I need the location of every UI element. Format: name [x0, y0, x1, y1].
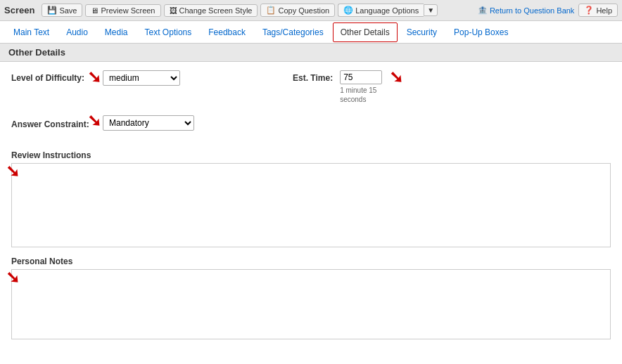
tab-other-details[interactable]: Other Details	[333, 22, 398, 42]
tab-audio[interactable]: Audio	[58, 22, 96, 42]
difficulty-label: Level of Difficulty:	[11, 70, 103, 83]
est-time-label: Est. Time:	[293, 70, 333, 83]
tab-popup-boxes[interactable]: Pop-Up Boxes	[446, 22, 516, 42]
review-instructions-section: Review Instructions ➘	[0, 150, 622, 249]
toolbar: Screen 💾 Save 🖥 Preview Screen 🖼 Change …	[0, 0, 622, 21]
help-button[interactable]: ❓ Help	[578, 4, 618, 17]
help-icon: ❓	[584, 6, 594, 15]
tab-feedback[interactable]: Feedback	[201, 22, 253, 42]
review-instructions-textarea[interactable]	[11, 163, 611, 247]
toolbar-right: 🏦 Return to Question Bank ❓ Help	[478, 4, 618, 17]
personal-notes-wrap: ➘	[0, 269, 622, 342]
difficulty-select[interactable]: easy medium hard	[103, 70, 180, 86]
est-time-arrow-icon: ➘	[389, 67, 403, 87]
review-instructions-label: Review Instructions	[0, 150, 622, 160]
language-options-button[interactable]: 🌐 Language Options	[338, 4, 424, 17]
copy-question-button[interactable]: 📋 Copy Question	[260, 4, 335, 17]
personal-notes-textarea[interactable]	[11, 269, 611, 339]
preview-icon: 🖥	[91, 6, 99, 15]
copy-icon: 📋	[266, 6, 276, 15]
return-to-question-bank-link[interactable]: 🏦 Return to Question Bank	[478, 6, 574, 15]
tab-security[interactable]: Security	[399, 22, 445, 42]
change-screen-style-button[interactable]: 🖼 Change Screen Style	[164, 4, 258, 17]
section-header: Other Details	[0, 44, 622, 62]
form-area: Level of Difficulty: ➘ easy medium hard …	[0, 62, 622, 150]
est-time-note: 1 minute 15seconds	[340, 86, 376, 104]
tab-media[interactable]: Media	[97, 22, 136, 42]
personal-notes-section: Personal Notes ➘	[0, 256, 622, 342]
est-time-input[interactable]	[340, 70, 382, 84]
tabs-bar: Main Text Audio Media Text Options Feedb…	[0, 21, 622, 44]
tab-text-options[interactable]: Text Options	[137, 22, 200, 42]
bank-icon: 🏦	[478, 6, 488, 15]
toolbar-title: Screen	[4, 5, 34, 15]
constraint-select[interactable]: Mandatory Optional None	[103, 115, 194, 131]
preview-screen-button[interactable]: 🖥 Preview Screen	[85, 4, 160, 17]
constraint-row: Answer Constraint: ➘ Mandatory Optional …	[11, 115, 611, 131]
language-dropdown-button[interactable]: ▼	[424, 4, 438, 16]
change-style-icon: 🖼	[170, 6, 177, 15]
review-instructions-wrap: ➘	[0, 163, 622, 249]
language-icon: 🌐	[343, 6, 353, 15]
personal-notes-label: Personal Notes	[0, 256, 622, 266]
save-icon: 💾	[47, 6, 57, 15]
save-button[interactable]: 💾 Save	[42, 4, 82, 17]
difficulty-row: Level of Difficulty: ➘ easy medium hard …	[11, 70, 611, 104]
tab-tags-categories[interactable]: Tags/Categories	[255, 22, 331, 42]
tab-main-text[interactable]: Main Text	[6, 22, 57, 42]
est-time-group: Est. Time: ➘ 1 minute 15seconds	[293, 70, 382, 104]
constraint-label: Answer Constraint:	[11, 117, 103, 129]
content-area: Other Details Level of Difficulty: ➘ eas…	[0, 44, 622, 342]
